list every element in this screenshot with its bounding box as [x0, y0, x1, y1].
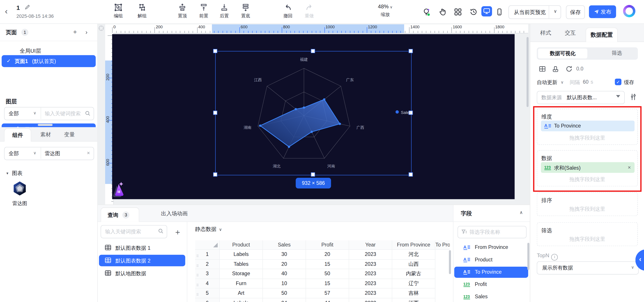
tool-group-button[interactable]: 编组 [109, 3, 128, 19]
add-page-button[interactable]: ＋ [72, 28, 78, 36]
topn-select[interactable]: 展示所有数据 ∨ [537, 261, 639, 274]
field-filter-box[interactable]: 筛选字段名称 [458, 226, 526, 238]
table-row-index[interactable]: 5⠿ [195, 288, 220, 298]
table-view-icon[interactable] [538, 65, 546, 73]
selection-box[interactable] [215, 51, 412, 175]
selection-handle[interactable] [213, 173, 217, 177]
dataset-search-box[interactable]: 输入关键词搜索 [100, 225, 167, 238]
table-cell[interactable]: Furn [220, 279, 263, 288]
table-cell[interactable]: 50 [306, 269, 349, 279]
table-header-to-province[interactable]: To Province [436, 240, 450, 250]
history-icon[interactable] [470, 8, 478, 16]
layer-filter-all[interactable]: 全部 [8, 110, 19, 117]
add-dataset-button[interactable]: ＋ [174, 227, 182, 237]
table-cell[interactable]: 50 [263, 288, 306, 298]
chart-legend[interactable]: Sales [396, 109, 411, 115]
dataset-item[interactable]: 默认图表数据 2 [99, 255, 185, 266]
global-ui-layer-item[interactable]: 全局UI层 [20, 47, 41, 55]
interval-value[interactable]: 60 [583, 79, 588, 85]
panel-resize-handle[interactable] [38, 124, 53, 126]
table-cell[interactable]: 2023 [349, 279, 392, 288]
expand-pages-icon[interactable]: › [86, 28, 88, 35]
avatar[interactable] [623, 5, 635, 17]
sort-triangle-icon[interactable] [213, 243, 218, 247]
tool-totop-button[interactable]: 置顶 [173, 3, 192, 19]
row-drag-handle-icon[interactable]: ⠿ [196, 271, 198, 279]
dataset-item[interactable]: 默认图表数据 1 [99, 242, 185, 254]
table-cell[interactable]: 2023 [349, 250, 392, 259]
sliders-icon[interactable] [630, 93, 637, 101]
table-cell[interactable]: 2023 [349, 288, 392, 298]
remove-chip-icon[interactable]: × [628, 164, 631, 170]
table-cell[interactable]: 30 [263, 250, 306, 259]
row-drag-handle-icon[interactable]: ⠿ [196, 290, 198, 298]
tab-data-config[interactable]: 数据配置 [586, 28, 618, 42]
table-header-profit[interactable]: Profit [306, 240, 349, 250]
field-item-product[interactable]: AProduct [454, 254, 528, 266]
tab-materials[interactable]: 素材 [40, 131, 51, 138]
table-cell[interactable]: Storage [220, 269, 263, 279]
section-charts[interactable]: ▼图表 [6, 170, 22, 177]
desktop-view-toggle[interactable] [482, 6, 492, 17]
table-header-year[interactable]: Year [349, 240, 392, 250]
chevron-down-icon[interactable]: ∨ [554, 9, 557, 14]
table-cell[interactable]: 2023 [349, 298, 392, 302]
table-cell[interactable]: 河北 [392, 250, 436, 259]
publish-button[interactable]: 发布 [589, 5, 616, 18]
tool-forward-button[interactable]: 前置 [194, 3, 213, 19]
tab-variables[interactable]: 变量 [64, 131, 75, 138]
selection-handle[interactable] [409, 49, 413, 53]
table-cell[interactable]: 94 [263, 298, 306, 302]
canvas-scrollbar[interactable] [526, 37, 528, 107]
tab-animation[interactable]: 出入场动画 [161, 210, 188, 217]
back-icon[interactable]: ‹ [5, 7, 8, 15]
table-cell[interactable]: Tables [220, 259, 263, 269]
row-drag-handle-icon[interactable]: ⠿ [196, 251, 198, 260]
table-cell[interactable]: 15 [306, 259, 349, 269]
table-cell[interactable]: Art [220, 288, 263, 298]
table-cell[interactable]: 辽宁 [392, 279, 436, 288]
chevron-down-icon[interactable]: ∨ [33, 111, 36, 115]
table-cell[interactable]: 2023 [349, 259, 392, 269]
auto-update-dropdown[interactable]: 自动更新 [537, 79, 558, 86]
horizontal-ruler[interactable]: 020040060080010001200140016001800 [105, 24, 528, 33]
selection-handle[interactable] [311, 49, 315, 53]
apps-grid-icon[interactable] [454, 8, 462, 16]
table-cell[interactable]: 57 [306, 288, 349, 298]
tab-interaction[interactable]: 交互 [565, 29, 576, 37]
tool-backward-button[interactable]: 后置 [215, 3, 234, 19]
clear-search-icon[interactable]: × [87, 150, 90, 156]
ruler-origin-icon[interactable] [98, 25, 104, 33]
tab-query[interactable]: 查询 3 [100, 207, 139, 222]
datasource-select[interactable]: 数据来源 默认图表数... [537, 91, 625, 104]
field-item-profit[interactable]: 123Profit [454, 279, 528, 290]
field-item-from-province[interactable]: AFrom Province [454, 242, 528, 253]
source-type-dropdown[interactable]: 静态数据∨ [195, 226, 222, 233]
save-button[interactable]: 保存 [566, 5, 585, 19]
page-item-selected[interactable]: ✓ 页面1 (默认首页) [2, 55, 96, 67]
ai-assistant-icon[interactable] [422, 8, 431, 16]
selection-handle[interactable] [311, 173, 315, 177]
table-row-index[interactable]: 6⠿ [195, 298, 220, 302]
table-corner-cell[interactable] [195, 240, 220, 250]
collapse-chevron-icon[interactable]: ∧ [520, 210, 523, 215]
component-filter-all[interactable]: 全部 [8, 150, 19, 157]
component-radar-card[interactable]: 雷达图 [8, 181, 32, 207]
table-scrollbar[interactable] [449, 250, 451, 274]
table-cell[interactable]: 15 [306, 279, 349, 288]
brush-icon[interactable] [552, 65, 560, 73]
tool-undo-button[interactable]: 撤回 [278, 3, 297, 19]
table-cell[interactable]: 10 [263, 279, 306, 288]
tool-redo-button[interactable]: 重做 [300, 3, 319, 19]
dimension-chip[interactable]: A To Province [541, 120, 634, 131]
edit-title-icon[interactable] [25, 4, 30, 11]
table-cell[interactable]: Labels [220, 298, 263, 302]
table-row-index[interactable]: 2⠿ [195, 259, 220, 269]
table-cell[interactable]: 山西 [392, 259, 436, 269]
row-drag-handle-icon[interactable]: ⠿ [196, 280, 198, 289]
selection-handle[interactable] [213, 49, 217, 53]
row-drag-handle-icon[interactable]: ⠿ [196, 261, 198, 269]
field-item-sales[interactable]: 123Sales [454, 291, 528, 302]
table-header-product[interactable]: Product [220, 240, 263, 250]
table-header-sales[interactable]: Sales [263, 240, 306, 250]
